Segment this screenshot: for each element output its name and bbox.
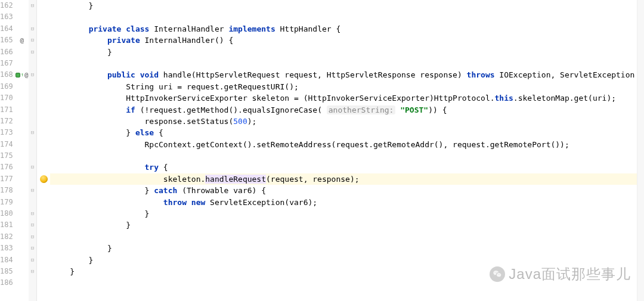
gutter-bulb-cell bbox=[37, 46, 50, 58]
line-number: 184 bbox=[0, 255, 13, 266]
fold-marker[interactable] bbox=[29, 277, 37, 288]
code-line[interactable] bbox=[50, 231, 644, 243]
gutter-vcs-cell bbox=[16, 139, 29, 150]
gutter-bulb-cell bbox=[37, 116, 50, 127]
fold-marker[interactable] bbox=[29, 11, 37, 23]
line-number: 170 bbox=[0, 92, 13, 104]
fold-marker[interactable]: ⊟ bbox=[29, 219, 37, 231]
fold-marker[interactable]: ⊟ bbox=[29, 46, 37, 58]
gutter-vcs-cell bbox=[16, 185, 29, 196]
gutter-bulb-cell bbox=[37, 208, 50, 219]
code-line[interactable]: } bbox=[50, 0, 644, 11]
gutter-bulb-cell bbox=[37, 150, 50, 162]
code-line[interactable]: RpcContext.getContext().setRemoteAddress… bbox=[50, 139, 644, 150]
line-number: 162 bbox=[0, 0, 13, 11]
gutter-vcs-cell bbox=[16, 116, 29, 127]
line-number: 166 bbox=[0, 46, 13, 58]
gutter-vcs-cell bbox=[16, 197, 29, 208]
gutter-bulb-cell[interactable] bbox=[37, 173, 50, 185]
code-line[interactable]: } bbox=[50, 219, 644, 231]
code-line[interactable]: private class InternalHandler implements… bbox=[50, 23, 644, 35]
line-number: 171 bbox=[0, 104, 13, 116]
fold-marker[interactable] bbox=[29, 197, 37, 208]
gutter-bulb-cell bbox=[37, 104, 50, 116]
annotation-icon: @ bbox=[20, 35, 24, 46]
code-area[interactable]: } private class InternalHandler implemen… bbox=[50, 0, 644, 301]
gutter-vcs-cell bbox=[16, 243, 29, 254]
fold-marker[interactable]: ⊟ bbox=[29, 23, 37, 35]
editor-overview-ruler[interactable] bbox=[637, 0, 644, 301]
gutter-vcs-cell bbox=[16, 104, 29, 116]
code-editor[interactable]: 1621631641651661671681691701711721731741… bbox=[0, 0, 644, 301]
fold-marker[interactable] bbox=[29, 116, 37, 127]
gutter-bulb-cell bbox=[37, 58, 50, 69]
fold-marker[interactable]: ⊟ bbox=[29, 0, 37, 11]
fold-marker[interactable] bbox=[29, 81, 37, 92]
fold-marker[interactable]: ⊟ bbox=[29, 35, 37, 46]
fold-marker[interactable]: ⊟ bbox=[29, 69, 37, 80]
gutter-vcs-cell bbox=[16, 0, 29, 11]
fold-marker[interactable] bbox=[29, 92, 37, 104]
gutter-bulb-cell bbox=[37, 11, 50, 23]
code-line[interactable]: } bbox=[50, 266, 644, 277]
code-line[interactable]: throw new ServletException(var6); bbox=[50, 197, 644, 208]
code-line[interactable]: } bbox=[50, 243, 644, 254]
intention-bulb-icon[interactable] bbox=[40, 175, 48, 183]
fold-marker[interactable]: ⊟ bbox=[29, 162, 37, 173]
gutter-vcs-cell: @ bbox=[16, 35, 29, 46]
gutter-vcs-cell bbox=[16, 255, 29, 266]
code-line[interactable] bbox=[50, 277, 644, 288]
gutter-bulb-cell bbox=[37, 139, 50, 150]
line-number: 175 bbox=[0, 150, 13, 162]
code-line[interactable]: } bbox=[50, 46, 644, 58]
line-number: 164 bbox=[0, 23, 13, 35]
line-number: 180 bbox=[0, 208, 13, 219]
gutter-bulb-cell bbox=[37, 185, 50, 196]
gutter-bulb-cell bbox=[37, 23, 50, 35]
fold-marker[interactable]: ⊟ bbox=[29, 231, 37, 243]
fold-marker[interactable] bbox=[29, 104, 37, 116]
code-line[interactable]: private InternalHandler() { bbox=[50, 35, 644, 46]
gutter-vcs-cell bbox=[16, 81, 29, 92]
line-number: 176 bbox=[0, 162, 13, 173]
code-line[interactable] bbox=[50, 58, 644, 69]
code-line[interactable]: String uri = request.getRequestURI(); bbox=[50, 81, 644, 92]
code-line[interactable]: if (!request.getMethod().equalsIgnoreCas… bbox=[50, 104, 644, 116]
code-line[interactable]: } catch (Throwable var6) { bbox=[50, 185, 644, 196]
code-line[interactable] bbox=[50, 11, 644, 23]
gutter-vcs-cell bbox=[16, 46, 29, 58]
code-line[interactable]: } bbox=[50, 208, 644, 219]
fold-marker[interactable] bbox=[29, 58, 37, 69]
line-number: 181 bbox=[0, 219, 13, 231]
code-line[interactable]: HttpInvokerServiceExporter skeleton = (H… bbox=[50, 92, 644, 104]
code-line[interactable]: } else { bbox=[50, 127, 644, 138]
code-line[interactable]: public void handle(HttpServletRequest re… bbox=[50, 69, 644, 80]
gutter-line-numbers: 1621631641651661671681691701711721731741… bbox=[0, 0, 16, 301]
code-line[interactable]: skeleton.handleRequest(request, response… bbox=[50, 173, 644, 185]
fold-marker[interactable] bbox=[29, 173, 37, 185]
code-line[interactable] bbox=[50, 150, 644, 162]
gutter-vcs-cell bbox=[16, 162, 29, 173]
fold-marker[interactable]: ⊟ bbox=[29, 255, 37, 266]
code-line[interactable]: } bbox=[50, 255, 644, 266]
gutter-bulb-cell bbox=[37, 81, 50, 92]
gutter-vcs-cell bbox=[16, 58, 29, 69]
vcs-change-icon bbox=[16, 73, 20, 77]
gutter-bulb-cell bbox=[37, 162, 50, 173]
gutter-vcs-cell bbox=[16, 150, 29, 162]
gutter-fold-markers[interactable]: ⊟⊟⊟⊟⊟⊟⊟⊟⊟⊟⊟⊟⊟⊟ bbox=[29, 0, 38, 301]
code-line[interactable]: try { bbox=[50, 162, 644, 173]
gutter-vcs-cell bbox=[16, 231, 29, 243]
fold-marker[interactable]: ⊟ bbox=[29, 243, 37, 254]
fold-marker[interactable]: ⊟ bbox=[29, 208, 37, 219]
code-line[interactable]: response.setStatus(500); bbox=[50, 116, 644, 127]
fold-marker[interactable]: ⊟ bbox=[29, 127, 37, 138]
fold-marker[interactable]: ⊟ bbox=[29, 266, 37, 277]
fold-marker[interactable] bbox=[29, 139, 37, 150]
override-up-icon: ↑ bbox=[21, 69, 24, 80]
fold-marker[interactable] bbox=[29, 150, 37, 162]
fold-marker[interactable]: ⊟ bbox=[29, 185, 37, 196]
line-number: 173 bbox=[0, 127, 13, 138]
gutter-intention-bulb[interactable] bbox=[37, 0, 50, 301]
gutter-vcs-cell bbox=[16, 23, 29, 35]
